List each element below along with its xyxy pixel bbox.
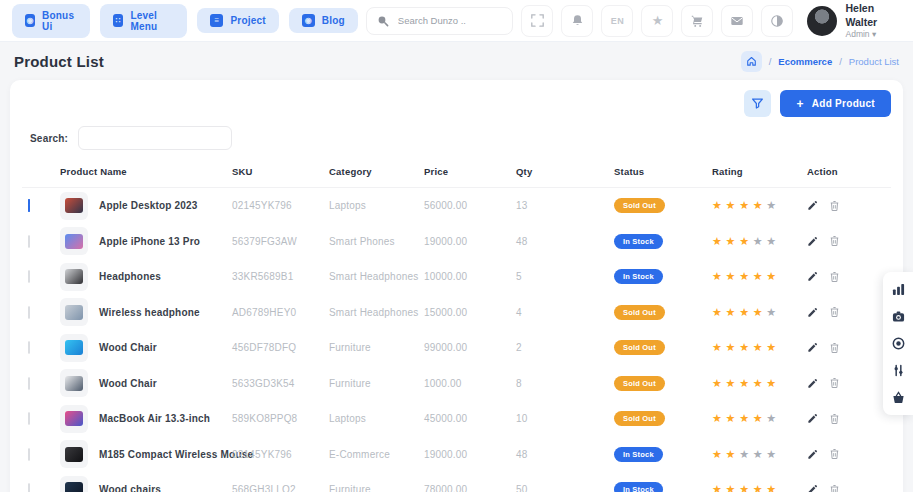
star-icon[interactable]: ★ [739,341,749,353]
edit-icon[interactable] [807,236,818,247]
star-icon[interactable]: ★ [712,377,722,389]
star-icon[interactable]: ★ [739,412,749,424]
trash-icon[interactable] [829,342,840,354]
trash-icon[interactable] [829,413,840,425]
bookmark-button[interactable]: ★ [641,5,673,37]
row-checkbox[interactable] [28,199,30,212]
star-icon[interactable]: ★ [753,306,763,318]
star-icon[interactable]: ★ [766,270,776,282]
trash-icon[interactable] [829,484,840,492]
star-icon[interactable]: ★ [726,235,736,247]
star-icon[interactable]: ★ [753,270,763,282]
star-icon[interactable]: ★ [726,377,736,389]
col-rating[interactable]: Rating [712,158,807,188]
star-icon[interactable]: ★ [739,270,749,282]
star-icon[interactable]: ★ [753,199,763,211]
star-icon[interactable]: ★ [712,306,722,318]
edit-icon[interactable] [807,484,818,492]
edit-icon[interactable] [807,342,818,353]
star-icon[interactable]: ★ [766,377,776,389]
global-search[interactable] [366,7,514,35]
star-icon[interactable]: ★ [726,448,736,460]
breadcrumb-ecommerce[interactable]: Ecommerce [778,56,832,67]
theme-toggle-button[interactable] [761,5,793,37]
star-icon[interactable]: ★ [753,235,763,247]
star-icon[interactable]: ★ [753,412,763,424]
basket-icon[interactable] [892,391,905,404]
star-icon[interactable]: ★ [766,412,776,424]
messages-button[interactable] [721,5,753,37]
notifications-button[interactable] [561,5,593,37]
row-checkbox[interactable] [28,448,30,461]
star-icon[interactable]: ★ [766,199,776,211]
star-icon[interactable]: ★ [739,483,749,492]
star-icon[interactable]: ★ [739,235,749,247]
star-icon[interactable]: ★ [739,448,749,460]
star-icon[interactable]: ★ [712,341,722,353]
camera-icon[interactable] [892,310,905,323]
nav-blog[interactable]: ◉ Blog [289,8,358,33]
edit-icon[interactable] [807,200,818,211]
filter-button[interactable] [744,90,771,117]
star-icon[interactable]: ★ [726,306,736,318]
row-checkbox[interactable] [28,377,30,390]
star-icon[interactable]: ★ [753,341,763,353]
star-icon[interactable]: ★ [712,235,722,247]
row-checkbox[interactable] [28,412,30,425]
equalizer-icon[interactable] [892,364,905,377]
star-icon[interactable]: ★ [726,341,736,353]
star-icon[interactable]: ★ [766,483,776,492]
col-price[interactable]: Price [424,158,516,188]
star-icon[interactable]: ★ [726,270,736,282]
trash-icon[interactable] [829,448,840,460]
star-icon[interactable]: ★ [766,235,776,247]
edit-icon[interactable] [807,378,818,389]
col-product-name[interactable]: Product Name [60,158,232,188]
star-icon[interactable]: ★ [766,448,776,460]
trash-icon[interactable] [829,235,840,247]
star-icon[interactable]: ★ [726,412,736,424]
row-checkbox[interactable] [28,483,30,492]
col-qty[interactable]: Qty [516,158,614,188]
cart-button[interactable] [681,5,713,37]
col-action[interactable]: Action [807,158,891,188]
trash-icon[interactable] [829,306,840,318]
star-icon[interactable]: ★ [739,306,749,318]
maximize-button[interactable] [521,5,553,37]
star-icon[interactable]: ★ [712,448,722,460]
col-sku[interactable]: SKU [232,158,329,188]
edit-icon[interactable] [807,307,818,318]
row-checkbox[interactable] [28,270,30,283]
edit-icon[interactable] [807,413,818,424]
col-status[interactable]: Status [614,158,712,188]
bar-chart-icon[interactable] [892,283,905,296]
star-icon[interactable]: ★ [712,199,722,211]
star-icon[interactable]: ★ [753,377,763,389]
star-icon[interactable]: ★ [739,377,749,389]
home-icon[interactable] [741,51,762,72]
star-icon[interactable]: ★ [726,483,736,492]
star-icon[interactable]: ★ [712,270,722,282]
record-icon[interactable] [892,337,905,350]
user-menu[interactable]: Helen Walter Admin ▾ [807,2,901,38]
edit-icon[interactable] [807,449,818,460]
row-checkbox[interactable] [28,306,30,319]
col-category[interactable]: Category [329,158,424,188]
search-input[interactable] [396,14,503,27]
language-button[interactable]: EN [601,5,633,37]
trash-icon[interactable] [829,377,840,389]
trash-icon[interactable] [829,200,840,212]
star-icon[interactable]: ★ [753,483,763,492]
star-icon[interactable]: ★ [726,199,736,211]
star-icon[interactable]: ★ [712,412,722,424]
row-checkbox[interactable] [28,341,30,354]
nav-bonus-ui[interactable]: ◉ Bonus Ui [12,4,90,38]
nav-project[interactable]: ≡ Project [197,8,278,33]
nav-level-menu[interactable]: ∷ Level Menu [100,4,187,38]
add-product-button[interactable]: + Add Product [780,90,891,117]
star-icon[interactable]: ★ [712,483,722,492]
star-icon[interactable]: ★ [766,306,776,318]
edit-icon[interactable] [807,271,818,282]
star-icon[interactable]: ★ [739,199,749,211]
trash-icon[interactable] [829,271,840,283]
